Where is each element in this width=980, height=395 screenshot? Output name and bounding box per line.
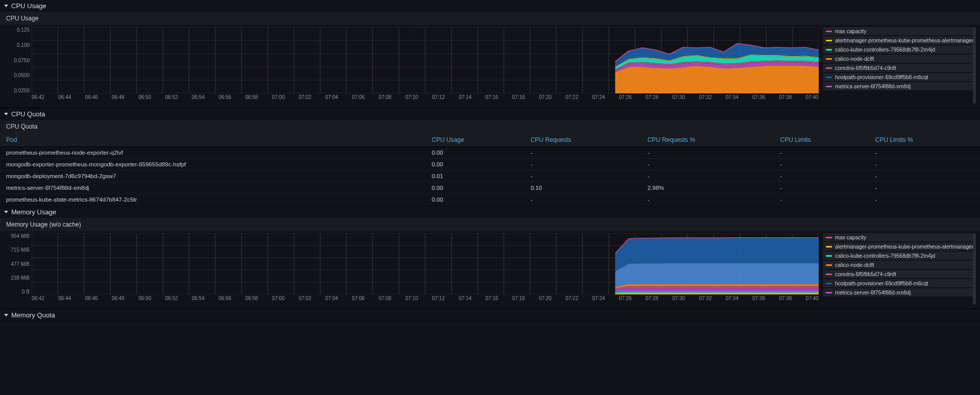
- axis-tick: 07:28: [646, 295, 658, 305]
- table-cell: 0.00: [426, 147, 525, 159]
- axis-tick: 06:58: [245, 94, 258, 104]
- section-title: CPU Quota: [11, 110, 45, 118]
- axis-tick: 954 MiB: [11, 233, 30, 239]
- legend-label: coredns-6f5f9b5d74-c9nft: [835, 271, 896, 277]
- table-cell: -: [524, 170, 641, 182]
- table-cell: -: [774, 170, 869, 182]
- legend-item[interactable]: calico-kube-controllers-79568db7f8-2m4jd: [823, 252, 976, 260]
- x-axis-mem: 06:4206:4406:4606:4806:5006:5206:5406:56…: [32, 295, 819, 305]
- legend-item[interactable]: max capacity: [823, 233, 976, 241]
- axis-tick: 07:36: [752, 295, 765, 305]
- table-cell: -: [774, 159, 869, 170]
- axis-tick: 07:34: [726, 295, 739, 305]
- legend-swatch-icon: [826, 274, 832, 275]
- table-cell: -: [869, 182, 980, 194]
- axis-tick: 06:54: [192, 94, 205, 104]
- table-row[interactable]: mongodb-exporter-prometheus-mongodb-expo…: [0, 159, 980, 170]
- scrollbar-icon[interactable]: [973, 27, 976, 104]
- quota-table: PodCPU UsageCPU RequestsCPU Requests %CP…: [0, 133, 980, 206]
- section-header-memory-usage[interactable]: Memory Usage: [0, 206, 980, 218]
- legend-item[interactable]: metrics-server-6f754f88d-xm8dj: [823, 288, 976, 297]
- table-cell: -: [869, 194, 980, 206]
- axis-tick: 07:24: [592, 295, 605, 305]
- chevron-down-icon: [4, 113, 8, 115]
- axis-tick: 06:48: [112, 295, 125, 305]
- axis-tick: 07:00: [272, 94, 285, 104]
- axis-tick: 06:58: [245, 295, 258, 305]
- legend-item[interactable]: hostpath-provisioner-69cd9ff5b8-m6cqt: [823, 279, 976, 287]
- table-header[interactable]: CPU Limits %: [869, 133, 980, 147]
- legend-item[interactable]: coredns-6f5f9b5d74-c9nft: [823, 270, 976, 278]
- plot-area-mem: [32, 233, 819, 294]
- chart-cpu-usage: 0.1250.1000.07500.05000.0250 06:4206:440…: [0, 25, 980, 108]
- legend-item[interactable]: max capacity: [823, 27, 976, 35]
- axis-tick: 07:02: [299, 295, 311, 305]
- axis-tick: 07:16: [485, 94, 498, 104]
- table-cell: mongodb-exporter-prometheus-mongodb-expo…: [0, 159, 426, 170]
- axis-tick: 07:38: [779, 295, 792, 305]
- axis-tick: 07:18: [512, 295, 525, 305]
- x-axis-cpu: 06:4206:4406:4606:4806:5006:5206:5406:56…: [32, 94, 819, 104]
- section-header-cpu-usage[interactable]: CPU Usage: [0, 0, 980, 12]
- table-header[interactable]: CPU Usage: [426, 133, 525, 147]
- table-cell: 0.00: [426, 159, 525, 170]
- panel-title-memory-usage: Memory Usage (w/o cache): [0, 218, 980, 231]
- table-row[interactable]: prometheus-prometheus-node-exporter-q2lv…: [0, 147, 980, 159]
- table-cell: mongodb-deployment-7d6c9794bd-2gsw7: [0, 170, 426, 182]
- chart-plot-cpu[interactable]: 0.1250.1000.07500.05000.0250 06:4206:440…: [4, 27, 819, 104]
- section-cpu-quota: CPU Quota CPU Quota PodCPU UsageCPU Requ…: [0, 108, 980, 206]
- legend-label: coredns-6f5f9b5d74-c9nft: [835, 65, 896, 71]
- scrollbar-icon[interactable]: [973, 233, 976, 305]
- axis-tick: 07:06: [352, 295, 365, 305]
- legend-label: calico-kube-controllers-79568db7f8-2m4jd: [835, 46, 935, 53]
- table-row[interactable]: mongodb-deployment-7d6c9794bd-2gsw70.01-…: [0, 170, 980, 182]
- table-cell: -: [524, 147, 641, 159]
- axis-tick: 07:30: [672, 295, 685, 305]
- table-header[interactable]: CPU Requests: [524, 133, 641, 147]
- axis-tick: 238 MiB: [11, 275, 30, 281]
- legend-item[interactable]: metrics-server-6f754f88d-xm8dj: [823, 82, 976, 90]
- table-header[interactable]: CPU Limits: [774, 133, 869, 147]
- axis-tick: 07:20: [539, 94, 552, 104]
- table-header[interactable]: CPU Requests %: [641, 133, 774, 147]
- legend-swatch-icon: [826, 86, 832, 87]
- legend-label: alertmanager-prometheus-kube-prometheus-…: [835, 243, 976, 250]
- legend-item[interactable]: alertmanager-prometheus-kube-prometheus-…: [823, 36, 976, 44]
- legend-item[interactable]: calico-kube-controllers-79568db7f8-2m4jd: [823, 45, 976, 54]
- section-title: Memory Quota: [11, 311, 55, 319]
- panel-title-cpu-quota: CPU Quota: [0, 120, 980, 133]
- axis-tick: 07:22: [566, 94, 578, 104]
- axis-tick: 0 B: [22, 289, 30, 294]
- legend-label: metrics-server-6f754f88d-xm8dj: [835, 83, 911, 89]
- section-header-memory-quota[interactable]: Memory Quota: [0, 309, 980, 321]
- axis-tick: 07:34: [726, 94, 739, 104]
- axis-tick: 07:04: [325, 295, 338, 305]
- legend-item[interactable]: coredns-6f5f9b5d74-c9nft: [823, 64, 976, 72]
- legend-item[interactable]: calico-node-dclft: [823, 261, 976, 269]
- table-cell: 0.10: [524, 182, 641, 194]
- table-row[interactable]: prometheus-kube-state-metrics-8674d7b847…: [0, 194, 980, 206]
- legend-mem: max capacityalertmanager-prometheus-kube…: [823, 233, 976, 305]
- axis-tick: 06:46: [85, 94, 98, 104]
- axis-tick: 06:52: [165, 295, 178, 305]
- axis-tick: 06:44: [58, 94, 71, 104]
- y-axis-mem: 954 MiB715 MiB477 MiB238 MiB0 B: [4, 233, 32, 294]
- legend-item[interactable]: hostpath-provisioner-69cd9ff5b8-m6cqt: [823, 73, 976, 81]
- legend-item[interactable]: calico-node-dclft: [823, 55, 976, 63]
- axis-tick: 07:00: [272, 295, 285, 305]
- section-memory-usage: Memory Usage Memory Usage (w/o cache) 95…: [0, 206, 980, 309]
- table-row[interactable]: metrics-server-6f754f88d-xm8dj0.000.102.…: [0, 182, 980, 194]
- axis-tick: 715 MiB: [11, 247, 30, 253]
- legend-item[interactable]: alertmanager-prometheus-kube-prometheus-…: [823, 242, 976, 251]
- axis-tick: 0.0750: [14, 58, 30, 63]
- section-header-cpu-quota[interactable]: CPU Quota: [0, 108, 980, 120]
- table-header[interactable]: Pod: [0, 133, 426, 147]
- table-cell: -: [524, 194, 641, 206]
- legend-label: max capacity: [835, 234, 866, 240]
- axis-tick: 07:18: [512, 94, 525, 104]
- chart-plot-mem[interactable]: 954 MiB715 MiB477 MiB238 MiB0 B 06:4206:…: [4, 233, 819, 305]
- axis-tick: 06:50: [138, 295, 151, 305]
- section-title: Memory Usage: [11, 208, 56, 216]
- legend-label: hostpath-provisioner-69cd9ff5b8-m6cqt: [835, 280, 928, 286]
- axis-tick: 477 MiB: [11, 261, 30, 267]
